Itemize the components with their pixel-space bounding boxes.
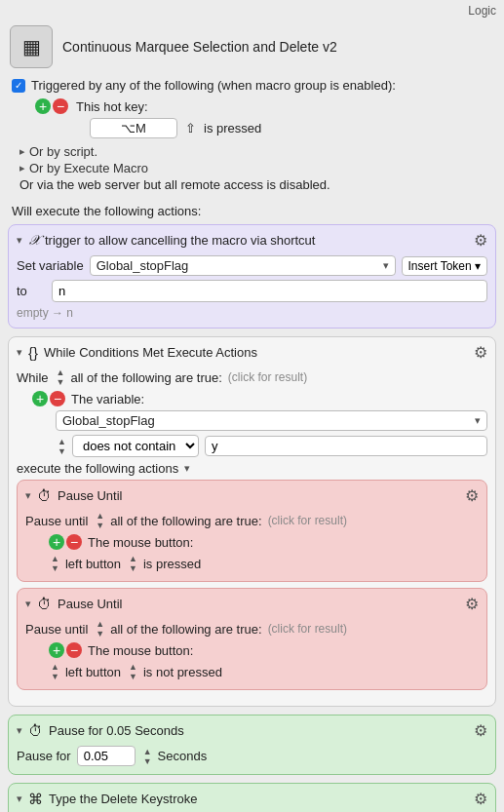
while-action-gear[interactable]: ⚙ [474, 343, 487, 362]
pause-until-2-all: all of the following are true: [110, 622, 261, 637]
to-value-input[interactable] [52, 280, 487, 302]
is-not-pressed-2: is not pressed [143, 665, 222, 679]
trigger-collapse-arrow[interactable]: ▾ [17, 234, 22, 247]
pause-until-2-add[interactable]: + [49, 642, 64, 658]
pause-until-1-title-row: ▾ ⏱ Pause Until [25, 487, 122, 504]
by-script-arrow: ▸ [19, 145, 25, 158]
trigger-checkbox[interactable]: ✓ [12, 79, 25, 93]
type-delete-icon: ⌘ [28, 791, 43, 808]
variable-label: The variable: [71, 392, 144, 406]
pause-until-1-left-row: ▲▼ left button ▲▼ is pressed [49, 554, 479, 573]
pause-for-arrow[interactable]: ▾ [17, 724, 22, 737]
all-stepper[interactable]: ▲▼ [57, 367, 65, 387]
is-pressed-1-stepper[interactable]: ▲▼ [129, 554, 137, 573]
left-btn-2-stepper[interactable]: ▲▼ [51, 662, 59, 681]
top-bar: Logic [0, 0, 504, 19]
pause-for-label: Pause for [17, 749, 71, 763]
pause-until-2-arrow[interactable]: ▾ [25, 598, 31, 610]
is-pressed-1: is pressed [143, 557, 201, 571]
trigger-action-gear[interactable]: ⚙ [474, 231, 487, 250]
trigger-action-icon: 𝒳 [28, 232, 39, 249]
hot-key-row: + − This hot key: [35, 98, 492, 114]
or-via-label: Or via the web server but all remote acc… [19, 177, 492, 192]
execute-arrow[interactable]: ▾ [184, 462, 190, 475]
pause-until-1-title: Pause Until [58, 488, 122, 503]
hotkey-input[interactable]: ⌥M [90, 118, 177, 138]
does-not-contain-select[interactable]: does not contain [72, 435, 199, 457]
add-hotkey-button[interactable]: + [35, 98, 51, 114]
while-action-block: ▾ {} While Conditions Met Execute Action… [8, 336, 496, 707]
macro-title: Continuous Marquee Selection and Delete … [62, 39, 337, 55]
by-execute-macro-arrow: ▸ [19, 162, 25, 174]
remove-variable-btn[interactable]: − [50, 391, 65, 406]
while-action-title: While Conditions Met Execute Actions [44, 345, 257, 360]
pause-until-1-row: Pause until ▲▼ all of the following are … [25, 511, 479, 530]
pause-for-gear[interactable]: ⚙ [474, 721, 487, 740]
pause-until-2-click[interactable]: (click for result) [268, 622, 347, 636]
pause-for-stepper[interactable]: ▲▼ [143, 747, 152, 766]
pause-until-1-add[interactable]: + [49, 534, 64, 550]
y-input[interactable] [205, 436, 487, 456]
pause-until-2-mouse-row: + − The mouse button: [49, 642, 479, 658]
is-pressed-label: is pressed [204, 121, 261, 135]
by-execute-macro-label: Or by Execute Macro [29, 161, 148, 175]
does-not-contain-row: ▲▼ does not contain [56, 435, 487, 457]
while-collapse-arrow[interactable]: ▾ [17, 346, 22, 359]
pause-until-2-block: ▾ ⏱ Pause Until ⚙ Pause until ▲▼ all of … [17, 588, 487, 690]
while-action-header: ▾ {} While Conditions Met Execute Action… [17, 343, 487, 362]
type-delete-title: Type the Delete Keystroke [49, 792, 197, 806]
variable-select-arrow: ▾ [383, 259, 389, 272]
execute-row: execute the following actions ▾ [17, 461, 487, 476]
by-script-label: Or by script. [29, 144, 97, 159]
type-delete-block: ▾ ⌘ Type the Delete Keystroke ⚙ Simulate… [8, 783, 496, 812]
pause-until-1-gear[interactable]: ⚙ [465, 486, 479, 505]
trigger-action-block: ▾ 𝒳 trigger to allow cancelling the macr… [8, 224, 496, 329]
variable-select-field[interactable]: Global_stopFlag ▾ [90, 255, 396, 276]
insert-token-button[interactable]: Insert Token ▾ [402, 256, 488, 276]
pause-until-1-click[interactable]: (click for result) [268, 514, 347, 527]
trigger-label: Triggered by any of the following (when … [31, 78, 396, 93]
pause-until-1-block: ▾ ⏱ Pause Until ⚙ Pause until ▲▼ all of … [17, 480, 487, 582]
trigger-action-title: trigger to allow cancelling the macro vi… [45, 233, 315, 248]
type-delete-arrow[interactable]: ▾ [17, 793, 22, 805]
while-action-title-row: ▾ {} While Conditions Met Execute Action… [17, 344, 257, 361]
remove-hotkey-button[interactable]: − [53, 98, 68, 114]
pause-until-2-row: Pause until ▲▼ all of the following are … [25, 619, 479, 638]
type-delete-header: ▾ ⌘ Type the Delete Keystroke ⚙ [17, 790, 487, 808]
seconds-label: Seconds [158, 749, 208, 763]
set-variable-row: Set variable Global_stopFlag ▾ Insert To… [17, 255, 487, 276]
while-action-icon: {} [28, 344, 38, 361]
pause-until-1-arrow[interactable]: ▾ [25, 489, 31, 502]
while-condition-row: While ▲▼ all of the following are true: … [17, 367, 487, 387]
while-click-result[interactable]: (click for result) [228, 370, 307, 384]
variable-value-select[interactable]: Global_stopFlag ▾ [56, 410, 487, 431]
pause-for-value[interactable] [77, 746, 136, 766]
pause-until-2-remove[interactable]: − [66, 642, 82, 658]
nested-actions: ▾ ⏱ Pause Until ⚙ Pause until ▲▼ all of … [17, 480, 487, 690]
type-delete-gear[interactable]: ⚙ [474, 790, 487, 808]
macro-icon: ▦ [10, 25, 53, 68]
pause-for-title-row: ▾ ⏱ Pause for 0.05 Seconds [17, 722, 184, 739]
trigger-check-row: ✓ Triggered by any of the following (whe… [12, 78, 492, 93]
by-execute-macro-option[interactable]: ▸ Or by Execute Macro [19, 161, 492, 175]
does-not-stepper[interactable]: ▲▼ [58, 437, 66, 456]
pause-for-block: ▾ ⏱ Pause for 0.05 Seconds ⚙ Pause for ▲… [8, 715, 496, 775]
pause-until-1-header: ▾ ⏱ Pause Until ⚙ [25, 486, 479, 505]
pause-for-row: Pause for ▲▼ Seconds [17, 746, 487, 766]
variable-add-remove: + − [32, 391, 65, 406]
empty-arrow-label: empty → n [17, 306, 487, 320]
actions-container: ▾ 𝒳 trigger to allow cancelling the macr… [0, 224, 504, 812]
by-script-option[interactable]: ▸ Or by script. [19, 144, 492, 159]
pause-until-1-remove[interactable]: − [66, 534, 82, 550]
logic-label: Logic [468, 4, 496, 18]
shift-symbol: ⇧ [185, 121, 196, 135]
pause-for-header: ▾ ⏱ Pause for 0.05 Seconds ⚙ [17, 721, 487, 740]
to-label: to [17, 284, 46, 298]
is-not-pressed-stepper[interactable]: ▲▼ [129, 662, 137, 681]
pause-until-1-stepper[interactable]: ▲▼ [96, 511, 104, 530]
left-btn-1-stepper[interactable]: ▲▼ [51, 554, 59, 573]
pause-until-2-gear[interactable]: ⚙ [465, 595, 479, 613]
pause-until-2-stepper[interactable]: ▲▼ [96, 619, 104, 638]
add-variable-btn[interactable]: + [32, 391, 48, 406]
add-remove-btns: + − [35, 98, 68, 114]
